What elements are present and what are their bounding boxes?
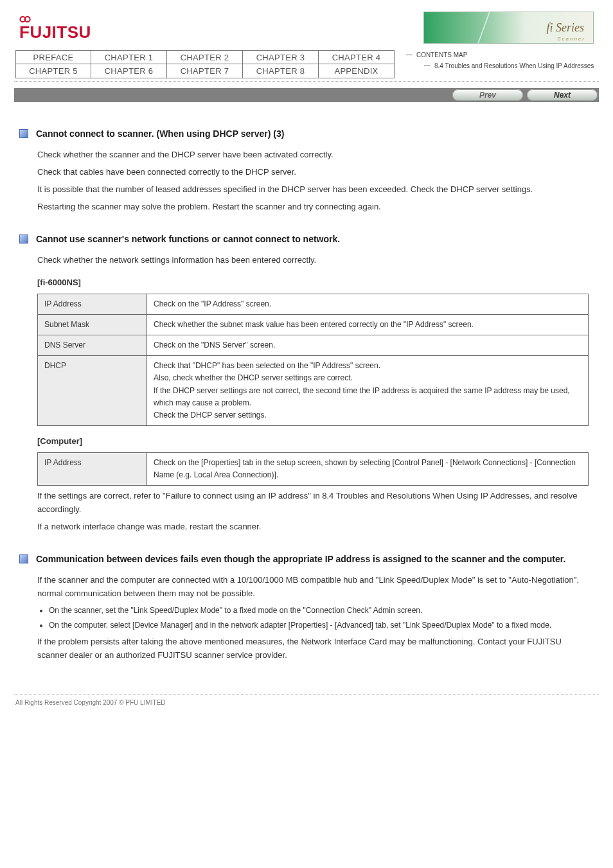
tab-chapter-3[interactable]: CHAPTER 3 — [243, 50, 319, 64]
section-2-sub1: [fi-6000NS] — [37, 276, 582, 290]
section-3-heading: Communication between devices fails even… — [19, 552, 582, 566]
tab-chapter-1[interactable]: CHAPTER 1 — [91, 50, 167, 64]
table-row: DNS Server Check on the "DNS Server" scr… — [38, 335, 589, 355]
cell-value: Check on the [Properties] tab in the set… — [147, 452, 589, 485]
section-2-p2: If the settings are correct, refer to "F… — [37, 490, 582, 517]
divider-dotted-bottom — [14, 695, 599, 695]
cell-label: DNS Server — [38, 335, 147, 355]
table-row: DHCP Check that "DHCP" has been selected… — [38, 356, 589, 426]
divider-dotted-top — [14, 81, 599, 82]
cell-value: Check on the "DNS Server" screen. — [147, 335, 589, 355]
nav-wrap: PREFACE CHAPTER 1 CHAPTER 2 CHAPTER 3 CH… — [0, 50, 613, 82]
section-1-p3: It is possible that the number of leased… — [37, 183, 582, 197]
nav-side-sub-label: 8.4 Troubles and Resolutions When Using … — [434, 62, 594, 69]
next-button[interactable]: Next — [527, 89, 598, 101]
list-item: On the computer, select [Device Manager]… — [49, 619, 582, 632]
section-3-list: On the scanner, set the "Link Speed/Dupl… — [49, 605, 582, 632]
logo-text: FUJITSU — [19, 22, 91, 42]
nav-side: CONTENTS MAP 8.4 Troubles and Resolution… — [406, 51, 594, 69]
section-1-title: Cannot connect to scanner. (When using D… — [36, 127, 284, 141]
section-3-title: Communication between devices fails even… — [36, 552, 565, 566]
table-row: IP Address Check on the [Properties] tab… — [38, 452, 589, 485]
section-1-heading: Cannot connect to scanner. (When using D… — [19, 127, 582, 141]
square-bullet-icon — [19, 129, 28, 138]
section-3-p1: If the scanner and the computer are conn… — [37, 574, 582, 601]
fi-badge-subtext: Scanner — [557, 36, 585, 42]
cell-label: DHCP — [38, 356, 147, 426]
section-1-p1: Check whether the scanner and the DHCP s… — [37, 148, 582, 162]
pagination-bar: Prev Next — [14, 88, 599, 102]
table-row: Subnet Mask Check whether the subnet mas… — [38, 314, 589, 335]
page-content: Cannot connect to scanner. (When using D… — [0, 102, 613, 679]
footer-copyright: All Rights Reserved Copyright 2007 © PFU… — [15, 699, 613, 706]
fi-series-badge: fi Series Scanner — [423, 12, 594, 44]
table-row: IP Address Check on the "IP Address" scr… — [38, 294, 589, 314]
section-2-p3: If a network interface change was made, … — [37, 520, 582, 534]
cell-value: Check whether the subnet mask value has … — [147, 314, 589, 335]
section-2-sub2: [Computer] — [37, 435, 582, 448]
section-3-p2: If the problem persists after taking the… — [37, 635, 582, 662]
nav-row-2: CHAPTER 5 CHAPTER 6 CHAPTER 7 CHAPTER 8 … — [15, 64, 401, 78]
cell-value: Check that "DHCP" has been selected on t… — [147, 356, 589, 426]
square-bullet-icon — [19, 235, 28, 244]
section-2-heading: Cannot use scanner's network functions o… — [19, 232, 582, 246]
section-1-p4: Restarting the scanner may solve the pro… — [37, 200, 582, 214]
tab-chapter-4[interactable]: CHAPTER 4 — [319, 50, 395, 64]
fujitsu-logo: FUJITSU — [19, 13, 91, 42]
square-bullet-icon — [19, 554, 28, 563]
section-2-title: Cannot use scanner's network functions o… — [36, 232, 340, 246]
tab-chapter-6[interactable]: CHAPTER 6 — [91, 64, 167, 78]
fi-badge-text: fi Series — [547, 21, 585, 35]
tab-chapter-5[interactable]: CHAPTER 5 — [15, 64, 91, 78]
cell-label: Subnet Mask — [38, 314, 147, 335]
prev-button[interactable]: Prev — [452, 89, 523, 101]
nav-side-top-label: CONTENTS MAP — [416, 51, 467, 58]
page-header: FUJITSU fi Series Scanner — [0, 0, 613, 44]
nav-row-1: PREFACE CHAPTER 1 CHAPTER 2 CHAPTER 3 CH… — [15, 50, 401, 64]
tab-chapter-8[interactable]: CHAPTER 8 — [243, 64, 319, 78]
tab-appendix[interactable]: APPENDIX — [319, 64, 395, 78]
table-computer: IP Address Check on the [Properties] tab… — [37, 452, 589, 486]
tab-chapter-7[interactable]: CHAPTER 7 — [167, 64, 243, 78]
cell-value: Check on the "IP Address" screen. — [147, 294, 589, 314]
section-1-p2: Check that cables have been connected co… — [37, 166, 582, 179]
table-fi6000ns: IP Address Check on the "IP Address" scr… — [37, 294, 589, 427]
list-item: On the scanner, set the "Link Speed/Dupl… — [49, 605, 582, 617]
nav-side-section-link[interactable]: 8.4 Troubles and Resolutions When Using … — [424, 62, 594, 69]
tab-preface[interactable]: PREFACE — [15, 50, 91, 64]
tab-chapter-2[interactable]: CHAPTER 2 — [167, 50, 243, 64]
cell-label: IP Address — [38, 294, 147, 314]
section-2-p1: Check whether the network settings infor… — [37, 254, 582, 267]
nav-side-contents-map[interactable]: CONTENTS MAP — [406, 51, 594, 58]
cell-label: IP Address — [38, 452, 147, 485]
